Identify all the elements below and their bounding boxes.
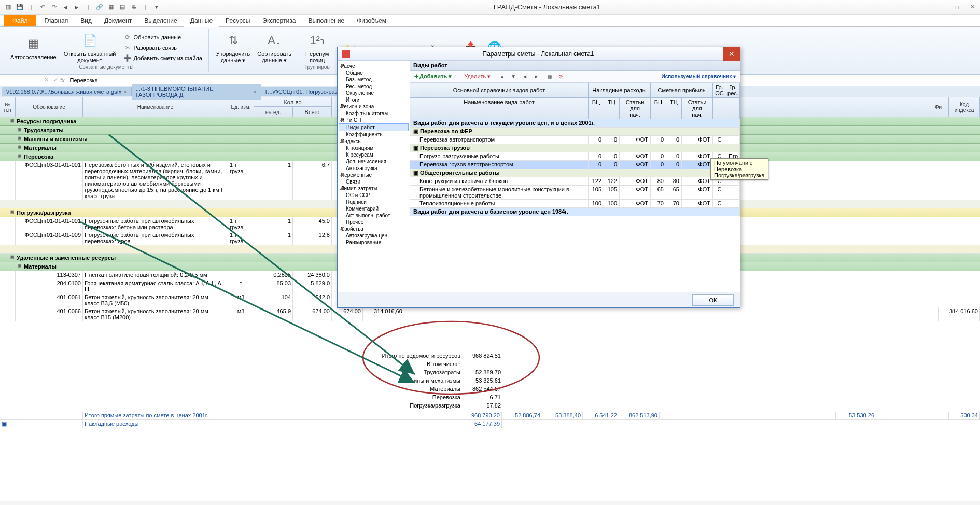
close-icon[interactable]: × xyxy=(123,89,127,95)
tree-node[interactable]: Итоги xyxy=(339,96,409,103)
tree-node[interactable]: Доп. начисления xyxy=(339,158,409,165)
maximize-button[interactable]: □ xyxy=(949,1,964,13)
tree-node[interactable]: ◢Переменные xyxy=(339,172,409,178)
save-icon[interactable]: 💾 xyxy=(16,3,24,11)
grid-row[interactable]: ▣ Перевозка грузов xyxy=(410,144,740,152)
dropdown-tooltip[interactable]: По умолчанию Перевозка Погрузка/разгрузк… xyxy=(710,158,768,180)
tab-view[interactable]: Вид xyxy=(74,15,98,26)
data-row[interactable]: 401-0066Бетон тяжелый, крупность заполни… xyxy=(0,307,980,321)
tree-node[interactable]: Автозагрузка xyxy=(339,165,409,172)
tree-node[interactable]: К позициям xyxy=(339,145,409,151)
page-icon[interactable]: ▦ xyxy=(545,73,554,80)
dialog-close-button[interactable]: ✕ xyxy=(723,47,740,61)
ok-button[interactable]: ОК xyxy=(692,294,734,306)
grid-row[interactable]: ▣ Общестроительные работы xyxy=(410,169,740,177)
opt-pogruzka[interactable]: Погрузка/разгрузка xyxy=(714,172,765,178)
tree-node[interactable]: Коэф-ты к итогам xyxy=(339,110,409,117)
tab-document[interactable]: Документ xyxy=(98,15,138,26)
add-button[interactable]: ✚ Добавить ▾ xyxy=(412,72,454,81)
grid-row[interactable]: Теплоизоляционные работы100100ФОТ7070ФОТ… xyxy=(410,200,740,208)
tree-node[interactable]: ◢Свойства xyxy=(339,226,409,232)
break-link-button[interactable]: ✂Разорвать связь xyxy=(122,43,203,52)
tree-node[interactable]: ◢Лимит. затраты xyxy=(339,185,409,192)
redo-icon[interactable]: ↷ xyxy=(50,3,58,11)
grid-row[interactable]: Конструкции из кирпича и блоков122122ФОТ… xyxy=(410,177,740,186)
collapse-icon[interactable]: ▣ xyxy=(18,263,22,270)
renumber-button[interactable]: 1²₃Перенум позиц xyxy=(304,31,330,64)
tree-node[interactable]: ◢НР и СП xyxy=(339,117,409,123)
sort-data-button[interactable]: A↓Сортировать данные ▾ xyxy=(256,31,292,65)
delete-button[interactable]: — Удалить ▾ xyxy=(456,72,493,81)
up-icon[interactable]: ▲ xyxy=(497,73,507,80)
tree-node[interactable]: Общие xyxy=(339,69,409,76)
collapse-icon[interactable]: ▣ xyxy=(18,153,22,160)
doc-tab[interactable]: ...\1-3 ПНЕВМОИСПЫТАНИЕ ГАЗОПРОВОДА Д× xyxy=(132,84,261,100)
grid-row[interactable]: Бетонные и железобетонные монолитные кон… xyxy=(410,186,740,200)
tree-node[interactable]: Коэффициенты xyxy=(339,131,409,138)
tree-node[interactable]: К ресурсам xyxy=(339,151,409,158)
tab-main[interactable]: Главная xyxy=(38,15,75,26)
opt-default[interactable]: По умолчанию xyxy=(714,160,765,166)
dialog-titlebar[interactable]: Параметры сметы - Локальная смета1 ✕ xyxy=(338,47,740,61)
grid-row[interactable]: Виды работ для расчета в базисном уровне… xyxy=(410,208,740,216)
tree-node[interactable]: ◢Индексы xyxy=(339,138,409,145)
left-icon[interactable]: ◄ xyxy=(520,73,529,80)
chart-icon[interactable]: ▥ xyxy=(4,3,12,11)
collapse-icon[interactable]: ▣ xyxy=(10,118,15,124)
tree-node[interactable]: Баз. метод xyxy=(339,76,409,83)
fx-icon[interactable]: fx xyxy=(60,77,65,83)
tab-resources[interactable]: Ресурсы xyxy=(219,15,256,26)
open-linked-button[interactable]: 📄Открыть связанный документ xyxy=(63,31,117,64)
table2-icon[interactable]: ▤ xyxy=(118,3,127,11)
tree-node[interactable]: ◢Расчет xyxy=(339,63,409,69)
undo-icon[interactable]: ↶ xyxy=(38,3,47,11)
reference-dropdown[interactable]: Используемый справочник ▾ xyxy=(659,73,738,80)
tree-node[interactable]: Округление xyxy=(339,90,409,96)
tab-volume[interactable]: Физобъем xyxy=(351,15,393,26)
tree-node[interactable]: Акт выполн. работ xyxy=(339,212,409,219)
grid-row[interactable]: Перевозка автотранспортом00ФОТ00ФОТС xyxy=(410,136,740,144)
tree-node[interactable]: Ранжирование xyxy=(339,239,409,246)
collapse-icon[interactable]: ▣ xyxy=(10,209,15,216)
tab-data[interactable]: Данные xyxy=(184,15,219,27)
print-icon[interactable]: 🖶 xyxy=(130,3,138,11)
right-icon[interactable]: ► xyxy=(531,73,541,80)
down-icon[interactable]: ▼ xyxy=(509,73,518,80)
grid-row[interactable]: Виды работ для расчета в текущем уровне … xyxy=(410,119,740,128)
totals-row[interactable]: Итого прямые затраты по смете в ценах 20… xyxy=(0,412,980,420)
tab-expertise[interactable]: Экспертиза xyxy=(256,15,302,26)
auto-compile-button[interactable]: ▦Автосоставление xyxy=(9,34,58,61)
tree-node[interactable]: Комментарий xyxy=(339,205,409,212)
expand-icon[interactable]: ▣ xyxy=(18,145,22,151)
more-icon[interactable]: ▾ xyxy=(152,3,161,11)
tab-execution[interactable]: Выполнение xyxy=(302,15,351,26)
link-icon[interactable]: 🔗 xyxy=(95,3,104,11)
tab-selection[interactable]: Выделение xyxy=(138,15,184,26)
close-icon[interactable]: × xyxy=(253,89,256,95)
dialog-tree[interactable]: ◢РасчетОбщиеБаз. методРес. методОкруглен… xyxy=(338,61,410,292)
fwd-icon[interactable]: ► xyxy=(73,3,81,11)
add-estimate-button[interactable]: ➕Добавить смету из файла xyxy=(122,53,203,63)
grid-row[interactable]: Погрузо-разгрузочные работы00ФОТ00ФОТСПг… xyxy=(410,152,740,161)
file-tab[interactable]: Файл xyxy=(4,15,36,26)
tree-node[interactable]: ОС и ССР xyxy=(339,192,409,199)
cancel-icon[interactable]: ✕ xyxy=(41,77,51,83)
tree-node[interactable]: Автозагрузка цен xyxy=(339,232,409,239)
collapse-icon[interactable]: ▣ xyxy=(10,255,15,261)
refresh-data-button[interactable]: ⟳Обновить данные xyxy=(122,33,203,42)
doc-tab[interactable]: \\192.168.0.79\...\Большая живая смета.g… xyxy=(2,87,132,96)
accept-icon[interactable]: ✓ xyxy=(51,77,60,83)
dialog-grid[interactable]: Виды работ для расчета в текущем уровне … xyxy=(410,119,740,292)
back-icon[interactable]: ◄ xyxy=(61,3,69,11)
close-button[interactable]: ✕ xyxy=(964,1,980,13)
expand-icon[interactable]: ▣ xyxy=(18,127,22,133)
tree-node[interactable]: Виды работ xyxy=(339,123,409,131)
totals-row[interactable]: ▣ Накладные расходы 64 177,39 xyxy=(0,420,980,428)
order-data-button[interactable]: ⇅Упорядочить данные ▾ xyxy=(215,31,251,65)
tree-node[interactable]: Рес. метод xyxy=(339,83,409,90)
minimize-button[interactable]: — xyxy=(933,1,949,13)
tree-node[interactable]: ◢Регион и зона xyxy=(339,103,409,110)
grid-row[interactable]: ▣ Перевозка по ФЕР xyxy=(410,128,740,136)
opt-perevozka[interactable]: Перевозка xyxy=(714,166,765,172)
tree-node[interactable]: Прочее xyxy=(339,219,409,226)
